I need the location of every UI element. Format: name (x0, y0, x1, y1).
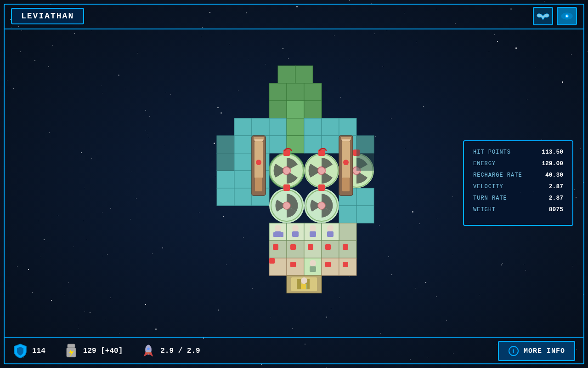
svg-rect-13 (269, 118, 287, 136)
weight-value: 8075 (549, 206, 563, 213)
svg-rect-46 (234, 171, 252, 188)
rocket-icon (141, 344, 156, 358)
more-info-button[interactable]: i MORE INFO (498, 341, 575, 361)
svg-point-128 (147, 347, 150, 350)
svg-rect-123 (356, 136, 374, 171)
svg-point-38 (318, 167, 325, 174)
energy-stat: 129 [+40] (64, 344, 123, 358)
svg-rect-58 (318, 184, 325, 191)
stat-row-hitpoints: HIT POINTS 113.50 (473, 149, 563, 155)
svg-point-57 (318, 202, 325, 209)
velocity-value: 2.9 / 2.9 (160, 347, 200, 355)
svg-rect-121 (342, 178, 350, 191)
svg-rect-71 (273, 232, 276, 237)
energy-value: 129.00 (542, 160, 563, 167)
svg-point-97 (310, 260, 316, 266)
ship-name-box: LEVIATHAN (11, 8, 84, 24)
wings-button[interactable] (533, 7, 553, 25)
svg-rect-78 (310, 231, 316, 237)
svg-rect-91 (343, 244, 348, 250)
shield-value: 114 (32, 347, 45, 355)
svg-rect-14 (287, 118, 304, 136)
svg-rect-109 (301, 284, 306, 289)
info-icon: i (508, 345, 519, 356)
svg-point-74 (292, 225, 299, 231)
recharge-value: 40.30 (545, 172, 563, 178)
turnrate-value: 2.87 (549, 195, 563, 201)
svg-rect-89 (308, 244, 313, 250)
stat-row-weight: WEIGHT 8075 (473, 206, 563, 213)
hitpoints-value: 113.50 (542, 149, 563, 155)
shield-stat: 114 (13, 344, 45, 358)
svg-point-114 (256, 160, 261, 165)
svg-point-120 (343, 160, 349, 165)
ship-area: HIT POINTS 113.50 ENERGY 129.00 RECHARGE… (4, 29, 584, 337)
svg-rect-10 (304, 101, 322, 118)
energy-value: 129 [+40] (83, 347, 123, 355)
svg-rect-6 (287, 83, 304, 101)
ship-name: LEVIATHAN (21, 12, 74, 21)
svg-rect-11 (234, 118, 252, 136)
svg-point-107 (301, 277, 307, 284)
svg-rect-17 (339, 118, 356, 136)
velocity-stat: 2.9 / 2.9 (141, 344, 200, 358)
hitpoints-label: HIT POINTS (473, 149, 511, 155)
svg-rect-105 (297, 279, 301, 289)
svg-rect-60 (356, 188, 374, 206)
svg-rect-3 (278, 66, 295, 83)
svg-rect-102 (343, 262, 348, 267)
svg-rect-61 (339, 206, 356, 223)
svg-point-33 (283, 167, 290, 174)
svg-rect-72 (281, 232, 283, 237)
top-bar: LEVIATHAN (4, 4, 584, 29)
svg-rect-90 (325, 244, 331, 250)
svg-rect-16 (322, 118, 339, 136)
svg-rect-49 (234, 188, 252, 206)
svg-rect-112 (254, 139, 263, 141)
svg-rect-118 (342, 139, 350, 141)
svg-rect-7 (304, 83, 322, 101)
svg-rect-87 (273, 244, 278, 250)
svg-point-53 (283, 202, 290, 209)
svg-rect-48 (217, 188, 234, 206)
svg-rect-4 (295, 66, 313, 83)
stat-row-turnrate: TURN RATE 2.87 (473, 195, 563, 201)
turnrate-label: TURN RATE (473, 195, 507, 201)
bottom-bar: 114 129 [+40] 2.9 / 2.9 i MORE IN (4, 337, 584, 364)
svg-point-2 (566, 15, 568, 17)
velocity-label: VELOCITY (473, 184, 503, 190)
svg-rect-122 (217, 136, 234, 171)
svg-rect-12 (252, 118, 269, 136)
svg-rect-100 (290, 262, 296, 267)
eye-button[interactable] (557, 7, 577, 25)
svg-point-80 (327, 225, 334, 231)
stat-row-velocity: VELOCITY 2.87 (473, 183, 563, 190)
svg-rect-115 (255, 178, 262, 191)
svg-rect-5 (269, 83, 287, 101)
svg-rect-8 (269, 101, 287, 118)
stat-row-recharge: RECHARGE RATE 40.30 (473, 172, 563, 178)
wings-icon (537, 12, 549, 21)
velocity-value: 2.87 (549, 183, 563, 190)
svg-point-77 (310, 225, 316, 231)
svg-rect-124 (68, 344, 75, 348)
ship-container (179, 40, 409, 326)
svg-rect-19 (234, 136, 252, 153)
weight-label: WEIGHT (473, 207, 496, 213)
ship-svg (179, 40, 409, 326)
recharge-label: RECHARGE RATE (473, 172, 522, 178)
svg-point-69 (275, 225, 281, 231)
stat-row-energy: ENERGY 129.00 (473, 160, 563, 167)
svg-rect-81 (327, 231, 334, 237)
svg-rect-28 (234, 153, 252, 171)
eye-icon (560, 12, 573, 21)
svg-rect-62 (356, 206, 374, 223)
top-icons (533, 7, 577, 25)
shield-icon (13, 344, 28, 358)
svg-rect-101 (325, 262, 331, 267)
svg-rect-45 (217, 171, 234, 188)
energy-icon (64, 344, 79, 358)
svg-rect-67 (339, 223, 356, 241)
stats-panel: HIT POINTS 113.50 ENERGY 129.00 RECHARGE… (463, 140, 573, 226)
svg-rect-99 (269, 258, 275, 264)
